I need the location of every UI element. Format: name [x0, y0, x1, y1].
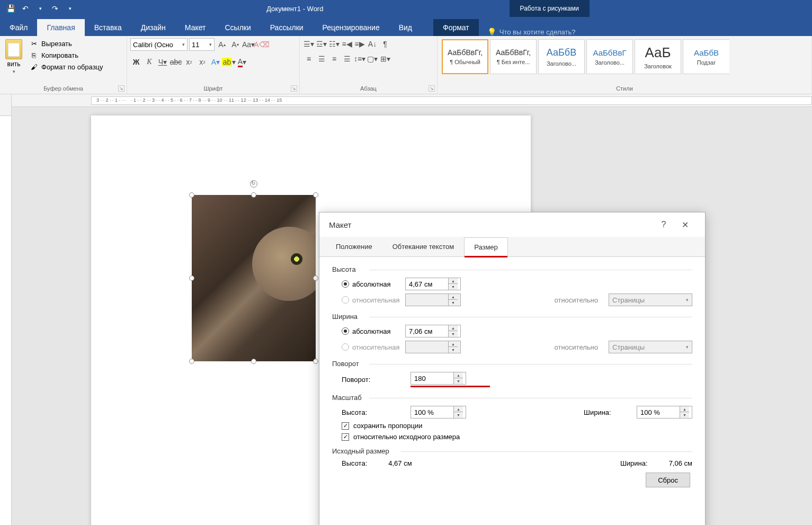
height-abs-input[interactable]	[406, 280, 448, 288]
resize-handle[interactable]	[189, 359, 194, 364]
vertical-ruler[interactable]	[0, 94, 12, 525]
italic-button[interactable]: К	[144, 56, 155, 68]
resize-handle[interactable]	[189, 192, 194, 198]
dialog-titlebar[interactable]: Макет ? ✕	[319, 212, 705, 237]
save-icon[interactable]: 💾	[4, 2, 17, 15]
tab-wrap[interactable]: Обтекание текстом	[382, 237, 464, 256]
rotation-spinner[interactable]: ▲▼	[411, 372, 466, 385]
close-icon[interactable]: ✕	[674, 214, 695, 235]
qat-customize-icon[interactable]: ▾	[64, 2, 76, 15]
copy-button[interactable]: ⎘Копировать	[26, 50, 106, 60]
shrink-font-icon[interactable]: A▾	[229, 39, 241, 50]
height-abs-radio[interactable]	[342, 280, 349, 288]
subscript-button[interactable]: x2	[183, 56, 195, 68]
relative-original-checkbox[interactable]: ✓	[342, 433, 349, 441]
lock-aspect-checkbox[interactable]: ✓	[342, 422, 349, 430]
align-left-icon[interactable]: ≡	[303, 53, 315, 65]
resize-handle[interactable]	[251, 192, 256, 198]
style-normal[interactable]: АаБбВвГг,¶ Обычный	[442, 39, 488, 74]
paste-drop-icon[interactable]: ▾	[13, 69, 15, 74]
decrease-indent-icon[interactable]: ≡◀	[341, 38, 353, 50]
tab-file[interactable]: Файл	[0, 19, 37, 36]
tab-home[interactable]: Главная	[37, 19, 84, 36]
width-rel-radio[interactable]	[342, 343, 349, 351]
spin-down-icon[interactable]: ▼	[454, 378, 463, 384]
spin-down-icon[interactable]: ▼	[449, 284, 458, 290]
tab-insert[interactable]: Вставка	[85, 19, 131, 36]
tab-references[interactable]: Ссылки	[215, 19, 260, 36]
height-rel-radio[interactable]	[342, 296, 349, 304]
rotate-handle[interactable]	[250, 180, 257, 188]
horizontal-ruler[interactable]: 3 · · 2 · · 1 · · · · 1 · · 2 · · 3 · · …	[12, 94, 812, 107]
bullets-icon[interactable]: ☰▾	[303, 38, 315, 50]
scale-w-input[interactable]	[637, 408, 680, 416]
style-heading2[interactable]: АаБбВвГЗаголово...	[586, 39, 633, 74]
spin-up-icon[interactable]: ▲	[454, 406, 463, 412]
document-viewport[interactable]: 3 · · 2 · · 1 · · · · 1 · · 2 · · 3 · · …	[12, 94, 812, 525]
multilevel-icon[interactable]: ☷▾	[328, 38, 340, 50]
width-abs-spinner[interactable]: ▲▼	[405, 325, 461, 337]
style-heading1[interactable]: АаБбВЗаголово...	[538, 39, 585, 74]
resize-handle[interactable]	[313, 359, 318, 364]
style-title[interactable]: АаБЗаголовок	[635, 39, 681, 74]
numbering-icon[interactable]: ☲▾	[316, 38, 327, 50]
font-name-combo[interactable]: Calibri (Осно▾	[130, 38, 188, 51]
clipboard-launcher-icon[interactable]: ↘	[118, 85, 124, 92]
underline-button[interactable]: Ч▾	[157, 56, 168, 68]
tab-position[interactable]: Положение	[326, 237, 382, 256]
align-center-icon[interactable]: ☰	[316, 53, 327, 65]
highlight-icon[interactable]: ab▾	[223, 56, 235, 68]
resize-handle[interactable]	[251, 359, 256, 364]
paste-button[interactable]: вить ▾	[3, 38, 24, 75]
tab-design[interactable]: Дизайн	[131, 19, 175, 36]
show-marks-icon[interactable]: ¶	[379, 38, 391, 50]
format-painter-button[interactable]: 🖌Формат по образцу	[26, 61, 106, 72]
change-case-icon[interactable]: Aa▾	[243, 39, 254, 50]
tab-review[interactable]: Рецензирование	[313, 19, 389, 36]
height-abs-spinner[interactable]: ▲▼	[405, 278, 461, 290]
undo-drop-icon[interactable]: ▾	[34, 2, 47, 15]
spin-down-icon[interactable]: ▼	[454, 412, 463, 418]
tab-format[interactable]: Формат	[433, 19, 479, 36]
tell-me-search[interactable]: 💡 Что вы хотите сделать?	[479, 28, 584, 36]
shading-icon[interactable]: ▢▾	[367, 53, 378, 65]
resize-handle[interactable]	[313, 275, 318, 281]
scale-h-spinner[interactable]: ▲▼	[411, 406, 466, 419]
tab-view[interactable]: Вид	[389, 19, 422, 36]
width-abs-radio[interactable]	[342, 327, 349, 335]
strike-button[interactable]: abc	[170, 56, 182, 68]
font-launcher-icon[interactable]: ↘	[291, 85, 297, 92]
cut-button[interactable]: ✂Вырезать	[26, 38, 106, 49]
scale-w-spinner[interactable]: ▲▼	[637, 406, 692, 419]
tab-layout[interactable]: Макет	[175, 19, 216, 36]
selected-image[interactable]	[192, 195, 316, 361]
undo-icon[interactable]: ↶	[19, 2, 32, 15]
paragraph-launcher-icon[interactable]: ↘	[429, 85, 435, 92]
grow-font-icon[interactable]: A▴	[216, 39, 228, 50]
width-abs-input[interactable]	[406, 327, 448, 335]
redo-icon[interactable]: ↷	[49, 2, 61, 15]
spin-up-icon[interactable]: ▲	[449, 278, 458, 284]
spin-down-icon[interactable]: ▼	[680, 412, 689, 418]
clear-format-icon[interactable]: A⌫	[256, 39, 267, 50]
align-right-icon[interactable]: ≡	[328, 53, 340, 65]
spin-up-icon[interactable]: ▲	[454, 372, 463, 378]
justify-icon[interactable]: ☰	[341, 53, 353, 65]
resize-handle[interactable]	[313, 192, 318, 198]
style-subtitle[interactable]: АаБбВПодзаг	[683, 39, 729, 74]
spin-up-icon[interactable]: ▲	[449, 325, 458, 331]
borders-icon[interactable]: ⊞▾	[379, 53, 391, 65]
bold-button[interactable]: Ж	[130, 56, 142, 68]
text-effects-icon[interactable]: A▾	[210, 56, 221, 68]
superscript-button[interactable]: x2	[197, 56, 208, 68]
help-icon[interactable]: ?	[653, 214, 674, 235]
reset-button[interactable]: Сброс	[646, 473, 690, 487]
spin-up-icon[interactable]: ▲	[680, 406, 689, 412]
line-spacing-icon[interactable]: ↕≡▾	[354, 53, 365, 65]
tab-mailings[interactable]: Рассылки	[261, 19, 313, 36]
increase-indent-icon[interactable]: ≡▶	[354, 38, 365, 50]
resize-handle[interactable]	[189, 275, 194, 281]
style-no-spacing[interactable]: АаБбВвГг,¶ Без инте...	[490, 39, 537, 74]
spin-down-icon[interactable]: ▼	[449, 331, 458, 337]
font-color-icon[interactable]: A▾	[236, 56, 248, 68]
